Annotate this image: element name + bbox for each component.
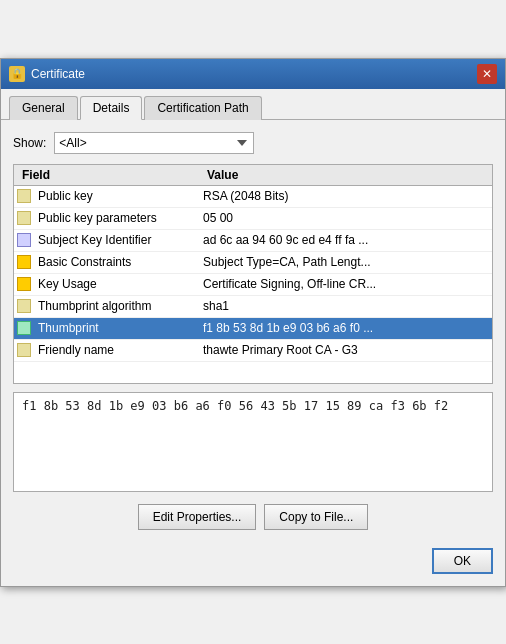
- row-icon: [14, 277, 34, 291]
- row-icon: [14, 343, 34, 357]
- bottom-row: OK: [1, 540, 505, 586]
- row-icon: [14, 321, 34, 335]
- row-icon: [14, 189, 34, 203]
- row-icon: [14, 255, 34, 269]
- row-field: Public key parameters: [34, 209, 199, 227]
- table-row[interactable]: Friendly name thawte Primary Root CA - G…: [14, 340, 492, 362]
- detail-text-area: f1 8b 53 8d 1b e9 03 b6 a6 f0 56 43 5b 1…: [13, 392, 493, 492]
- table-row[interactable]: Key Usage Certificate Signing, Off-line …: [14, 274, 492, 296]
- table-body: Public key RSA (2048 Bits) Public key pa…: [14, 186, 492, 383]
- row-value: ad 6c aa 94 60 9c ed e4 ff fa ...: [199, 231, 492, 249]
- row-field: Thumbprint: [34, 319, 199, 337]
- tab-certification-path[interactable]: Certification Path: [144, 96, 261, 120]
- row-value: 05 00: [199, 209, 492, 227]
- row-value: sha1: [199, 297, 492, 315]
- edit-properties-button[interactable]: Edit Properties...: [138, 504, 257, 530]
- row-field: Public key: [34, 187, 199, 205]
- row-icon: [14, 233, 34, 247]
- row-field: Subject Key Identifier: [34, 231, 199, 249]
- table-row[interactable]: Thumbprint algorithm sha1: [14, 296, 492, 318]
- tabs-bar: General Details Certification Path: [1, 89, 505, 120]
- row-value: RSA (2048 Bits): [199, 187, 492, 205]
- row-value: thawte Primary Root CA - G3: [199, 341, 492, 359]
- certificate-window: 🔒 Certificate ✕ General Details Certific…: [0, 58, 506, 587]
- window-title: Certificate: [31, 67, 85, 81]
- show-select[interactable]: <All>Version 1 Fields OnlyExtensions Onl…: [54, 132, 254, 154]
- row-value: Subject Type=CA, Path Lengt...: [199, 253, 492, 271]
- close-button[interactable]: ✕: [477, 64, 497, 84]
- table-header: Field Value: [14, 165, 492, 186]
- certificate-table: Field Value Public key RSA (2048 Bits) P…: [13, 164, 493, 384]
- titlebar-left: 🔒 Certificate: [9, 66, 85, 82]
- show-label: Show:: [13, 136, 46, 150]
- row-icon: [14, 299, 34, 313]
- row-value: Certificate Signing, Off-line CR...: [199, 275, 492, 293]
- window-icon: 🔒: [9, 66, 25, 82]
- copy-to-file-button[interactable]: Copy to File...: [264, 504, 368, 530]
- action-buttons: Edit Properties... Copy to File...: [13, 504, 493, 530]
- tab-content: Show: <All>Version 1 Fields OnlyExtensio…: [1, 120, 505, 540]
- col-header-field: Field: [14, 168, 199, 182]
- row-field: Thumbprint algorithm: [34, 297, 199, 315]
- table-row[interactable]: Public key RSA (2048 Bits): [14, 186, 492, 208]
- row-field: Friendly name: [34, 341, 199, 359]
- col-header-value: Value: [199, 168, 492, 182]
- titlebar: 🔒 Certificate ✕: [1, 59, 505, 89]
- tab-details[interactable]: Details: [80, 96, 143, 120]
- row-field: Basic Constraints: [34, 253, 199, 271]
- tab-general[interactable]: General: [9, 96, 78, 120]
- row-icon: [14, 211, 34, 225]
- show-row: Show: <All>Version 1 Fields OnlyExtensio…: [13, 132, 493, 154]
- ok-button[interactable]: OK: [432, 548, 493, 574]
- table-row[interactable]: Basic Constraints Subject Type=CA, Path …: [14, 252, 492, 274]
- table-row[interactable]: Subject Key Identifier ad 6c aa 94 60 9c…: [14, 230, 492, 252]
- table-row[interactable]: Thumbprint f1 8b 53 8d 1b e9 03 b6 a6 f0…: [14, 318, 492, 340]
- row-field: Key Usage: [34, 275, 199, 293]
- row-value: f1 8b 53 8d 1b e9 03 b6 a6 f0 ...: [199, 319, 492, 337]
- table-row[interactable]: Public key parameters 05 00: [14, 208, 492, 230]
